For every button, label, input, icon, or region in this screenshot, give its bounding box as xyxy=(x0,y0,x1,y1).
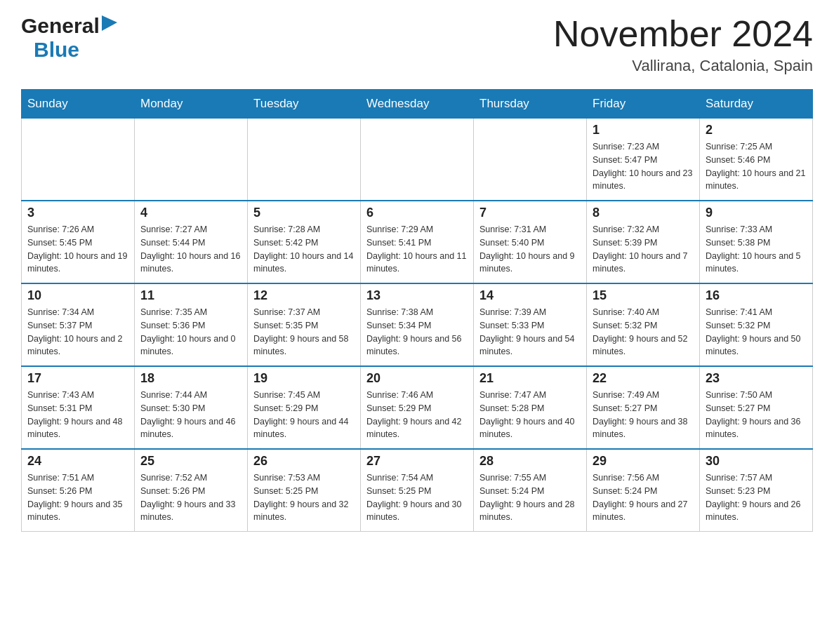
day-number: 9 xyxy=(706,206,807,220)
day-number: 29 xyxy=(593,454,694,469)
day-number: 11 xyxy=(140,288,241,303)
day-info: Sunrise: 7:51 AMSunset: 5:26 PMDaylight:… xyxy=(27,471,128,524)
day-number: 12 xyxy=(253,288,355,303)
day-info: Sunrise: 7:53 AMSunset: 5:25 PMDaylight:… xyxy=(253,471,355,524)
calendar-cell xyxy=(135,119,248,201)
calendar-week-0: 1Sunrise: 7:23 AMSunset: 5:47 PMDaylight… xyxy=(22,119,813,201)
calendar-cell: 10Sunrise: 7:34 AMSunset: 5:37 PMDayligh… xyxy=(22,283,135,366)
day-number: 4 xyxy=(140,206,241,220)
calendar-cell: 1Sunrise: 7:23 AMSunset: 5:47 PMDaylight… xyxy=(587,119,700,201)
col-monday: Monday xyxy=(135,90,248,119)
day-info: Sunrise: 7:25 AMSunset: 5:46 PMDaylight:… xyxy=(706,140,807,193)
calendar-cell: 30Sunrise: 7:57 AMSunset: 5:23 PMDayligh… xyxy=(700,449,813,532)
day-number: 26 xyxy=(253,454,355,469)
calendar-cell: 3Sunrise: 7:26 AMSunset: 5:45 PMDaylight… xyxy=(22,201,135,283)
day-info: Sunrise: 7:35 AMSunset: 5:36 PMDaylight:… xyxy=(140,306,241,358)
day-number: 7 xyxy=(479,206,581,220)
day-number: 27 xyxy=(366,454,468,469)
day-number: 17 xyxy=(27,371,128,386)
calendar-week-3: 17Sunrise: 7:43 AMSunset: 5:31 PMDayligh… xyxy=(22,366,813,449)
day-number: 21 xyxy=(479,371,581,386)
day-number: 30 xyxy=(706,454,807,469)
calendar-cell: 23Sunrise: 7:50 AMSunset: 5:27 PMDayligh… xyxy=(700,366,813,449)
calendar-cell: 29Sunrise: 7:56 AMSunset: 5:24 PMDayligh… xyxy=(587,449,700,532)
day-info: Sunrise: 7:32 AMSunset: 5:39 PMDaylight:… xyxy=(593,223,694,276)
calendar-cell: 9Sunrise: 7:33 AMSunset: 5:38 PMDaylight… xyxy=(700,201,813,283)
calendar-cell: 24Sunrise: 7:51 AMSunset: 5:26 PMDayligh… xyxy=(22,449,135,532)
day-number: 1 xyxy=(593,123,694,137)
calendar-week-2: 10Sunrise: 7:34 AMSunset: 5:37 PMDayligh… xyxy=(22,283,813,366)
day-info: Sunrise: 7:56 AMSunset: 5:24 PMDaylight:… xyxy=(593,471,694,524)
page-header: General Blue November 2024 Vallirana, Ca… xyxy=(21,14,813,75)
calendar-cell xyxy=(361,119,474,201)
day-info: Sunrise: 7:41 AMSunset: 5:32 PMDaylight:… xyxy=(706,306,807,358)
day-number: 25 xyxy=(140,454,241,469)
day-info: Sunrise: 7:40 AMSunset: 5:32 PMDaylight:… xyxy=(593,306,694,358)
day-info: Sunrise: 7:26 AMSunset: 5:45 PMDaylight:… xyxy=(27,223,128,276)
day-info: Sunrise: 7:45 AMSunset: 5:29 PMDaylight:… xyxy=(253,389,355,441)
month-title: November 2024 xyxy=(553,14,813,54)
calendar-cell xyxy=(474,119,587,201)
day-number: 15 xyxy=(593,288,694,303)
calendar-cell xyxy=(22,119,135,201)
col-friday: Friday xyxy=(587,90,700,119)
day-info: Sunrise: 7:39 AMSunset: 5:33 PMDaylight:… xyxy=(479,306,581,358)
calendar-cell: 11Sunrise: 7:35 AMSunset: 5:36 PMDayligh… xyxy=(135,283,248,366)
day-info: Sunrise: 7:49 AMSunset: 5:27 PMDaylight:… xyxy=(593,389,694,441)
day-info: Sunrise: 7:52 AMSunset: 5:26 PMDaylight:… xyxy=(140,471,241,524)
day-info: Sunrise: 7:50 AMSunset: 5:27 PMDaylight:… xyxy=(706,389,807,441)
day-number: 6 xyxy=(366,206,468,220)
day-number: 20 xyxy=(366,371,468,386)
col-saturday: Saturday xyxy=(700,90,813,119)
col-sunday: Sunday xyxy=(22,90,135,119)
col-thursday: Thursday xyxy=(474,90,587,119)
svg-marker-0 xyxy=(102,15,117,31)
day-info: Sunrise: 7:29 AMSunset: 5:41 PMDaylight:… xyxy=(366,223,468,276)
calendar-week-1: 3Sunrise: 7:26 AMSunset: 5:45 PMDaylight… xyxy=(22,201,813,283)
calendar-cell: 17Sunrise: 7:43 AMSunset: 5:31 PMDayligh… xyxy=(22,366,135,449)
calendar-table: Sunday Monday Tuesday Wednesday Thursday… xyxy=(21,89,813,532)
day-info: Sunrise: 7:28 AMSunset: 5:42 PMDaylight:… xyxy=(253,223,355,276)
day-number: 16 xyxy=(706,288,807,303)
logo-blue-text: Blue xyxy=(34,38,79,61)
calendar-cell: 2Sunrise: 7:25 AMSunset: 5:46 PMDaylight… xyxy=(700,119,813,201)
calendar-week-4: 24Sunrise: 7:51 AMSunset: 5:26 PMDayligh… xyxy=(22,449,813,532)
day-number: 19 xyxy=(253,371,355,386)
day-info: Sunrise: 7:55 AMSunset: 5:24 PMDaylight:… xyxy=(479,471,581,524)
calendar-cell: 14Sunrise: 7:39 AMSunset: 5:33 PMDayligh… xyxy=(474,283,587,366)
calendar-cell xyxy=(248,119,361,201)
col-wednesday: Wednesday xyxy=(361,90,474,119)
day-number: 23 xyxy=(706,371,807,386)
calendar-cell: 16Sunrise: 7:41 AMSunset: 5:32 PMDayligh… xyxy=(700,283,813,366)
day-info: Sunrise: 7:34 AMSunset: 5:37 PMDaylight:… xyxy=(27,306,128,358)
calendar-cell: 28Sunrise: 7:55 AMSunset: 5:24 PMDayligh… xyxy=(474,449,587,532)
col-tuesday: Tuesday xyxy=(248,90,361,119)
day-number: 2 xyxy=(706,123,807,137)
day-info: Sunrise: 7:33 AMSunset: 5:38 PMDaylight:… xyxy=(706,223,807,276)
day-number: 18 xyxy=(140,371,241,386)
calendar-cell: 19Sunrise: 7:45 AMSunset: 5:29 PMDayligh… xyxy=(248,366,361,449)
calendar-cell: 7Sunrise: 7:31 AMSunset: 5:40 PMDaylight… xyxy=(474,201,587,283)
logo: General Blue xyxy=(21,14,117,62)
calendar-cell: 5Sunrise: 7:28 AMSunset: 5:42 PMDaylight… xyxy=(248,201,361,283)
calendar-header-row: Sunday Monday Tuesday Wednesday Thursday… xyxy=(22,90,813,119)
day-number: 10 xyxy=(27,288,128,303)
calendar-cell: 8Sunrise: 7:32 AMSunset: 5:39 PMDaylight… xyxy=(587,201,700,283)
calendar-cell: 12Sunrise: 7:37 AMSunset: 5:35 PMDayligh… xyxy=(248,283,361,366)
day-info: Sunrise: 7:27 AMSunset: 5:44 PMDaylight:… xyxy=(140,223,241,276)
calendar-cell: 25Sunrise: 7:52 AMSunset: 5:26 PMDayligh… xyxy=(135,449,248,532)
logo-general-text: General xyxy=(21,14,117,38)
day-info: Sunrise: 7:38 AMSunset: 5:34 PMDaylight:… xyxy=(366,306,468,358)
day-info: Sunrise: 7:37 AMSunset: 5:35 PMDaylight:… xyxy=(253,306,355,358)
calendar-cell: 26Sunrise: 7:53 AMSunset: 5:25 PMDayligh… xyxy=(248,449,361,532)
day-info: Sunrise: 7:47 AMSunset: 5:28 PMDaylight:… xyxy=(479,389,581,441)
calendar-cell: 21Sunrise: 7:47 AMSunset: 5:28 PMDayligh… xyxy=(474,366,587,449)
calendar-cell: 6Sunrise: 7:29 AMSunset: 5:41 PMDaylight… xyxy=(361,201,474,283)
title-area: November 2024 Vallirana, Catalonia, Spai… xyxy=(553,14,813,75)
calendar-cell: 4Sunrise: 7:27 AMSunset: 5:44 PMDaylight… xyxy=(135,201,248,283)
calendar-cell: 15Sunrise: 7:40 AMSunset: 5:32 PMDayligh… xyxy=(587,283,700,366)
day-info: Sunrise: 7:31 AMSunset: 5:40 PMDaylight:… xyxy=(479,223,581,276)
day-number: 8 xyxy=(593,206,694,220)
calendar-cell: 27Sunrise: 7:54 AMSunset: 5:25 PMDayligh… xyxy=(361,449,474,532)
day-number: 28 xyxy=(479,454,581,469)
